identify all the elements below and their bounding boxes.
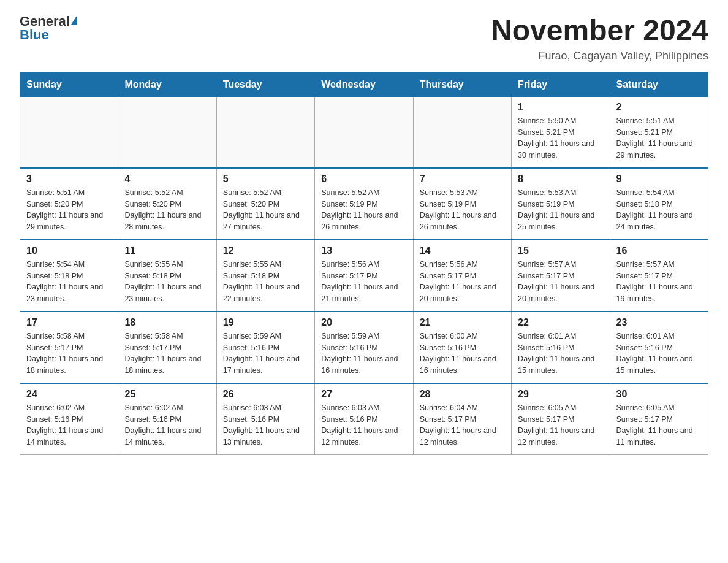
calendar-cell xyxy=(216,96,314,168)
day-number: 29 xyxy=(518,389,603,400)
weekday-header-friday: Friday xyxy=(512,72,610,96)
day-number: 21 xyxy=(420,317,505,328)
page-title: November 2024 xyxy=(491,15,708,47)
calendar-cell: 5Sunrise: 5:52 AMSunset: 5:20 PMDaylight… xyxy=(216,168,314,240)
day-info: Sunrise: 6:01 AMSunset: 5:16 PMDaylight:… xyxy=(616,331,702,377)
day-number: 17 xyxy=(26,317,112,328)
calendar-cell: 1Sunrise: 5:50 AMSunset: 5:21 PMDaylight… xyxy=(512,96,610,168)
calendar-cell: 11Sunrise: 5:55 AMSunset: 5:18 PMDayligh… xyxy=(118,240,216,312)
day-number: 2 xyxy=(616,102,702,113)
page-header: General Blue November 2024 Furao, Cagaya… xyxy=(20,15,708,63)
calendar-cell xyxy=(315,96,413,168)
calendar-cell: 18Sunrise: 5:58 AMSunset: 5:17 PMDayligh… xyxy=(118,312,216,383)
day-number: 13 xyxy=(321,245,406,256)
day-info: Sunrise: 5:51 AMSunset: 5:21 PMDaylight:… xyxy=(616,115,702,161)
logo-blue-text: Blue xyxy=(20,28,49,42)
calendar-cell: 17Sunrise: 5:58 AMSunset: 5:17 PMDayligh… xyxy=(20,312,118,383)
day-number: 23 xyxy=(616,317,702,328)
calendar-week-row: 10Sunrise: 5:54 AMSunset: 5:18 PMDayligh… xyxy=(20,240,708,312)
day-info: Sunrise: 6:01 AMSunset: 5:16 PMDaylight:… xyxy=(518,331,603,377)
day-info: Sunrise: 6:04 AMSunset: 5:17 PMDaylight:… xyxy=(420,402,505,448)
calendar-cell: 6Sunrise: 5:52 AMSunset: 5:19 PMDaylight… xyxy=(315,168,413,240)
weekday-header-saturday: Saturday xyxy=(610,72,708,96)
day-info: Sunrise: 5:51 AMSunset: 5:20 PMDaylight:… xyxy=(26,187,112,233)
day-info: Sunrise: 5:54 AMSunset: 5:18 PMDaylight:… xyxy=(26,259,112,305)
day-info: Sunrise: 5:55 AMSunset: 5:18 PMDaylight:… xyxy=(124,259,210,305)
calendar-cell: 15Sunrise: 5:57 AMSunset: 5:17 PMDayligh… xyxy=(512,240,610,312)
day-number: 1 xyxy=(518,102,603,113)
day-info: Sunrise: 6:05 AMSunset: 5:17 PMDaylight:… xyxy=(518,402,603,448)
day-number: 7 xyxy=(420,174,505,185)
calendar-cell: 3Sunrise: 5:51 AMSunset: 5:20 PMDaylight… xyxy=(20,168,118,240)
day-info: Sunrise: 5:58 AMSunset: 5:17 PMDaylight:… xyxy=(124,331,210,377)
title-block: November 2024 Furao, Cagayan Valley, Phi… xyxy=(491,15,708,63)
day-number: 14 xyxy=(420,245,505,256)
calendar-cell: 4Sunrise: 5:52 AMSunset: 5:20 PMDaylight… xyxy=(118,168,216,240)
day-number: 6 xyxy=(321,174,406,185)
day-number: 16 xyxy=(616,245,702,256)
calendar-cell: 9Sunrise: 5:54 AMSunset: 5:18 PMDaylight… xyxy=(610,168,708,240)
day-number: 25 xyxy=(124,389,210,400)
calendar-cell: 24Sunrise: 6:02 AMSunset: 5:16 PMDayligh… xyxy=(20,383,118,455)
page-subtitle: Furao, Cagayan Valley, Philippines xyxy=(491,50,708,63)
calendar-cell: 16Sunrise: 5:57 AMSunset: 5:17 PMDayligh… xyxy=(610,240,708,312)
calendar-cell: 27Sunrise: 6:03 AMSunset: 5:16 PMDayligh… xyxy=(315,383,413,455)
day-number: 26 xyxy=(223,389,308,400)
calendar-cell: 19Sunrise: 5:59 AMSunset: 5:16 PMDayligh… xyxy=(216,312,314,383)
weekday-header-monday: Monday xyxy=(118,72,216,96)
day-info: Sunrise: 5:56 AMSunset: 5:17 PMDaylight:… xyxy=(321,259,406,305)
day-info: Sunrise: 5:57 AMSunset: 5:17 PMDaylight:… xyxy=(518,259,603,305)
day-number: 28 xyxy=(420,389,505,400)
day-info: Sunrise: 5:58 AMSunset: 5:17 PMDaylight:… xyxy=(26,331,112,377)
day-number: 27 xyxy=(321,389,406,400)
logo: General Blue xyxy=(20,15,77,42)
day-number: 20 xyxy=(321,317,406,328)
day-number: 11 xyxy=(124,245,210,256)
day-info: Sunrise: 6:02 AMSunset: 5:16 PMDaylight:… xyxy=(26,402,112,448)
day-info: Sunrise: 5:59 AMSunset: 5:16 PMDaylight:… xyxy=(321,331,406,377)
day-number: 22 xyxy=(518,317,603,328)
day-info: Sunrise: 5:59 AMSunset: 5:16 PMDaylight:… xyxy=(223,331,308,377)
calendar-cell: 10Sunrise: 5:54 AMSunset: 5:18 PMDayligh… xyxy=(20,240,118,312)
weekday-header-thursday: Thursday xyxy=(413,72,511,96)
weekday-header-wednesday: Wednesday xyxy=(315,72,413,96)
day-number: 24 xyxy=(26,389,112,400)
day-number: 19 xyxy=(223,317,308,328)
day-number: 10 xyxy=(26,245,112,256)
weekday-header-sunday: Sunday xyxy=(20,72,118,96)
day-info: Sunrise: 5:57 AMSunset: 5:17 PMDaylight:… xyxy=(616,259,702,305)
day-info: Sunrise: 5:52 AMSunset: 5:20 PMDaylight:… xyxy=(124,187,210,233)
logo-general-text: General xyxy=(20,15,70,28)
day-info: Sunrise: 5:56 AMSunset: 5:17 PMDaylight:… xyxy=(420,259,505,305)
day-number: 5 xyxy=(223,174,308,185)
calendar-cell: 20Sunrise: 5:59 AMSunset: 5:16 PMDayligh… xyxy=(315,312,413,383)
day-number: 12 xyxy=(223,245,308,256)
calendar-cell: 22Sunrise: 6:01 AMSunset: 5:16 PMDayligh… xyxy=(512,312,610,383)
calendar-cell: 14Sunrise: 5:56 AMSunset: 5:17 PMDayligh… xyxy=(413,240,511,312)
calendar-cell: 21Sunrise: 6:00 AMSunset: 5:16 PMDayligh… xyxy=(413,312,511,383)
day-info: Sunrise: 5:52 AMSunset: 5:19 PMDaylight:… xyxy=(321,187,406,233)
day-info: Sunrise: 6:02 AMSunset: 5:16 PMDaylight:… xyxy=(124,402,210,448)
calendar-cell xyxy=(118,96,216,168)
calendar-cell xyxy=(20,96,118,168)
day-info: Sunrise: 5:50 AMSunset: 5:21 PMDaylight:… xyxy=(518,115,603,161)
day-number: 18 xyxy=(124,317,210,328)
calendar-cell: 23Sunrise: 6:01 AMSunset: 5:16 PMDayligh… xyxy=(610,312,708,383)
calendar-cell: 8Sunrise: 5:53 AMSunset: 5:19 PMDaylight… xyxy=(512,168,610,240)
calendar-cell: 7Sunrise: 5:53 AMSunset: 5:19 PMDaylight… xyxy=(413,168,511,240)
day-number: 3 xyxy=(26,174,112,185)
day-info: Sunrise: 5:53 AMSunset: 5:19 PMDaylight:… xyxy=(518,187,603,233)
calendar-cell: 29Sunrise: 6:05 AMSunset: 5:17 PMDayligh… xyxy=(512,383,610,455)
calendar-week-row: 1Sunrise: 5:50 AMSunset: 5:21 PMDaylight… xyxy=(20,96,708,168)
day-info: Sunrise: 6:05 AMSunset: 5:17 PMDaylight:… xyxy=(616,402,702,448)
day-info: Sunrise: 5:53 AMSunset: 5:19 PMDaylight:… xyxy=(420,187,505,233)
day-number: 9 xyxy=(616,174,702,185)
day-number: 15 xyxy=(518,245,603,256)
calendar-cell: 2Sunrise: 5:51 AMSunset: 5:21 PMDaylight… xyxy=(610,96,708,168)
day-info: Sunrise: 6:00 AMSunset: 5:16 PMDaylight:… xyxy=(420,331,505,377)
calendar-cell: 25Sunrise: 6:02 AMSunset: 5:16 PMDayligh… xyxy=(118,383,216,455)
calendar-cell: 13Sunrise: 5:56 AMSunset: 5:17 PMDayligh… xyxy=(315,240,413,312)
day-info: Sunrise: 6:03 AMSunset: 5:16 PMDaylight:… xyxy=(321,402,406,448)
weekday-header-tuesday: Tuesday xyxy=(216,72,314,96)
calendar-cell: 28Sunrise: 6:04 AMSunset: 5:17 PMDayligh… xyxy=(413,383,511,455)
